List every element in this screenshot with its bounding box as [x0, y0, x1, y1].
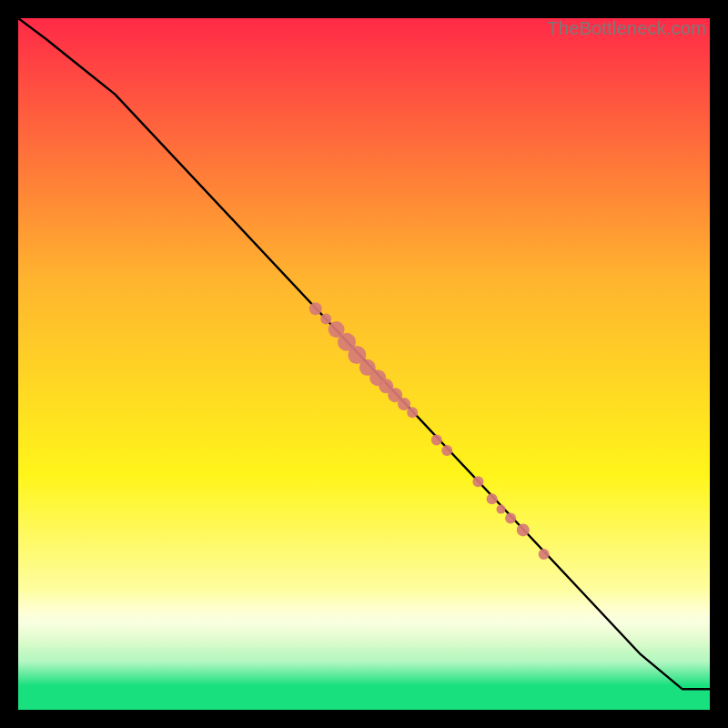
marker-point	[505, 513, 516, 524]
watermark-label: TheBottleneck.com	[547, 18, 706, 39]
marker-point	[497, 505, 506, 514]
chart-frame: TheBottleneck.com	[18, 18, 710, 710]
marker-point	[472, 476, 483, 487]
marker-point	[517, 523, 530, 536]
marker-point	[431, 435, 442, 446]
marker-point	[441, 445, 452, 456]
marker-point	[320, 314, 331, 325]
marker-point	[309, 302, 322, 315]
marker-point	[539, 549, 550, 560]
marker-point	[487, 493, 498, 504]
glow-band	[18, 590, 710, 653]
marker-point	[407, 407, 418, 418]
chart-svg	[18, 18, 710, 710]
